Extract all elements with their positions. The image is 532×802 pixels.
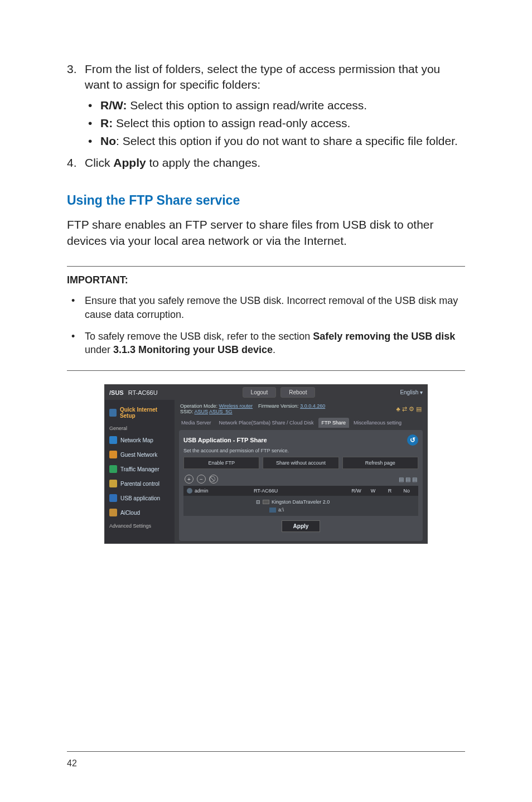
note-2-bold-b: 3.1.3 Monitoring your USB device (113, 344, 273, 355)
bullet-no-text: Select this option if you do not want to… (119, 134, 458, 147)
cloud-icon (109, 509, 117, 516)
refresh-page-button[interactable]: Refresh page (342, 457, 418, 469)
sidebar-guest-network[interactable]: Guest Network (105, 447, 175, 462)
panel-subtitle: Set the account and permission of FTP se… (183, 448, 418, 453)
sidebar-section-advanced: Advanced Settings (105, 520, 175, 530)
user-icon (187, 488, 192, 494)
sidebar-quick-setup[interactable]: Quick Internet Setup (105, 403, 175, 422)
sidebar-traffic-manager[interactable]: Traffic Manager (105, 462, 175, 476)
note-2-b: under (85, 344, 113, 355)
bullet-rw-label: R/W: (100, 99, 127, 112)
note-2: To safely remove the USB disk, refer to … (67, 330, 465, 357)
bullet-no: No: Select this option if you do not wan… (85, 133, 465, 149)
note-1: Ensure that you safely remove the USB di… (67, 294, 465, 322)
sidebar-network-map[interactable]: Network Map (105, 433, 175, 447)
asus-logo: /SUS (109, 389, 124, 396)
step-4-text-a: Click (85, 156, 113, 169)
page-number: 42 (67, 758, 77, 769)
folder-icon (269, 508, 276, 513)
op-mode-link[interactable]: Wireless router (219, 403, 253, 409)
ss-subtabs: Media Server Network Place(Samba) Share … (175, 418, 427, 428)
status-icons: ♣ ⇄ ⚙ ▤ (396, 405, 422, 413)
divider-top (67, 266, 465, 267)
apply-button[interactable]: Apply (282, 520, 321, 532)
lock-icon (109, 480, 117, 487)
ss-panel: USB Application - FTP Share ↺ Set the ac… (179, 430, 423, 541)
bullet-rw-text: Select this option to assign read/write … (127, 99, 367, 112)
ssid-b[interactable]: ASUS_5G (209, 409, 233, 414)
step-3-text: From the list of folders, select the typ… (85, 62, 440, 91)
bullet-r: R: Select this option to assign read-onl… (85, 115, 465, 131)
bullet-rw: R/W: Select this option to assign read/w… (85, 98, 465, 113)
bullet-r-text: Select this option to assign read-only a… (113, 117, 350, 129)
note-2-c: . (273, 344, 275, 355)
step-4-text-b: to apply the changes. (146, 156, 260, 169)
tab-media-server[interactable]: Media Server (178, 418, 215, 428)
edit-icon[interactable]: ⃠ (209, 475, 218, 484)
ssid-label: SSID: (180, 409, 194, 414)
ssid-a[interactable]: ASUS (195, 409, 209, 414)
perm-r: R (381, 488, 398, 494)
router-screenshot: /SUS RT-AC66U Logout Reboot English ▾ Qu… (104, 384, 428, 544)
step-3-number: 3. (67, 61, 77, 77)
perm-no: No (398, 488, 415, 494)
step-3: 3. From the list of folders, select the … (67, 61, 465, 149)
divider-bottom (67, 370, 465, 371)
sidebar-usb-application[interactable]: USB application (105, 491, 175, 505)
logout-button[interactable]: Logout (243, 387, 277, 398)
help-icon[interactable]: ↺ (407, 434, 418, 446)
traffic-icon (109, 465, 117, 473)
perm-w: W (365, 488, 381, 494)
ss-info-row: Operation Mode: Wireless router Firmware… (175, 400, 427, 418)
footer-line (67, 751, 465, 752)
reboot-button[interactable]: Reboot (280, 387, 315, 398)
sidebar-parental-control[interactable]: Parental control (105, 476, 175, 491)
body-paragraph: FTP share enables an FTP server to share… (67, 217, 465, 249)
model-label: RT-AC66U (128, 389, 158, 396)
enable-ftp-button[interactable]: Enable FTP (183, 457, 259, 469)
language-select[interactable]: English ▾ (400, 389, 423, 395)
drive-icon (263, 500, 269, 504)
tab-samba-share[interactable]: Network Place(Samba) Share / Cloud Disk (216, 418, 317, 428)
folder-tree: ⊟Kingston DataTraveler 2.0 a:\ (183, 496, 418, 516)
panel-title: USB Application - FTP Share (183, 437, 267, 443)
fw-link[interactable]: 3.0.0.4.260 (300, 403, 325, 409)
important-word: IMPORTANT (67, 274, 125, 286)
tree-device-row[interactable]: ⊟Kingston DataTraveler 2.0 (256, 498, 416, 506)
fw-label: Firmware Version: (258, 403, 299, 409)
bullet-r-label: R: (100, 117, 113, 129)
important-label: IMPORTANT: (67, 274, 465, 286)
device-header: RT-AC66U (254, 488, 348, 494)
user-cell[interactable]: admin (187, 488, 254, 494)
usb-icon (109, 494, 117, 502)
guest-icon (109, 451, 117, 458)
add-icon[interactable]: + (185, 475, 194, 484)
perm-rw: R/W (348, 488, 365, 494)
remove-icon[interactable]: − (197, 475, 206, 484)
share-without-account-button[interactable]: Share without account (263, 457, 338, 469)
important-colon: : (125, 274, 128, 286)
section-heading: Using the FTP Share service (67, 193, 465, 208)
step-4: 4. Click Apply to apply the changes. (67, 155, 465, 171)
note-2-bold-a: Safely removing the USB disk (313, 331, 455, 342)
tab-misc[interactable]: Miscellaneous setting (350, 418, 405, 428)
network-icon (109, 436, 117, 444)
ss-main: Operation Mode: Wireless router Firmware… (175, 400, 427, 543)
view-icons[interactable]: ▤ ▤ ▤ (399, 476, 417, 482)
tree-folder-row[interactable]: a:\ (256, 506, 416, 514)
tab-ftp-share[interactable]: FTP Share (318, 418, 349, 428)
step-4-number: 4. (67, 155, 77, 171)
ss-topbar: /SUS RT-AC66U Logout Reboot English ▾ (105, 385, 427, 400)
sidebar-section-general: General (105, 422, 175, 433)
wand-icon (109, 409, 117, 417)
bullet-no-label: No (100, 134, 116, 147)
step-4-bold: Apply (113, 156, 146, 169)
ss-sidebar: Quick Internet Setup General Network Map… (105, 400, 175, 543)
note-2-a: To safely remove the USB disk, refer to … (85, 331, 313, 342)
op-mode-label: Operation Mode: (180, 403, 217, 409)
table-header: admin RT-AC66U R/W W R No (183, 486, 418, 496)
sidebar-aicloud[interactable]: AiCloud (105, 505, 175, 520)
